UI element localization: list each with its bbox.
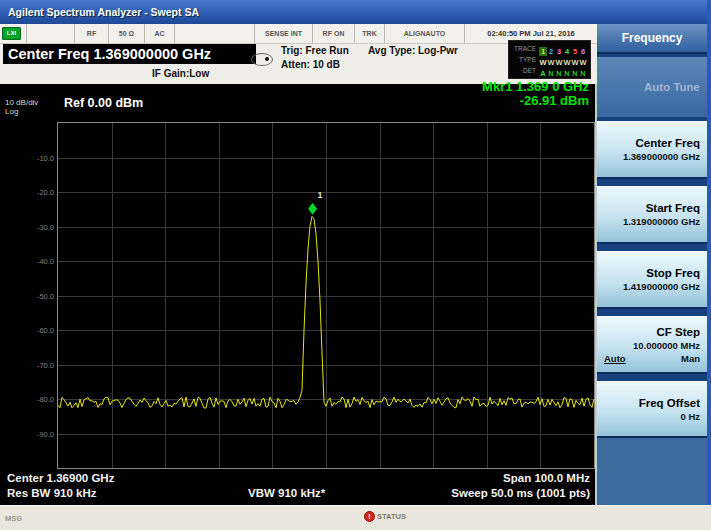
y-axis-label: -50.0 <box>18 292 54 301</box>
marker-freq: Mkr1 1.369 0 GHz <box>482 80 589 94</box>
softkey-value: 1.319000000 GHz <box>623 216 700 227</box>
softkey-label: Stop Freq <box>646 267 700 279</box>
softkey-auto-tune[interactable]: Auto Tune <box>597 57 707 117</box>
center-freq-display: Center Freq 1.369000000 GHz <box>3 44 256 64</box>
measurement-bar: Center Freq 1.369000000 GHz IF Gain:Low … <box>0 44 597 84</box>
window-border <box>707 0 711 530</box>
auto-man-toggle[interactable]: Auto Man <box>604 353 700 364</box>
window-titlebar[interactable]: Agilent Spectrum Analyzer - Swept SA <box>0 0 711 24</box>
trace-status-block: TRACE123456 TYPEWWWWWW DETANNNNN <box>508 40 591 79</box>
softkey-panel: Frequency Auto Tune Center Freq 1.369000… <box>597 24 707 505</box>
scale-per-div-label: 10 dB/div <box>5 98 38 107</box>
softkey-value: 1.369000000 GHz <box>623 151 700 162</box>
toggle-auto[interactable]: Auto <box>604 353 626 364</box>
status-cell-empty <box>27 24 75 43</box>
status-cell-empty <box>175 24 255 43</box>
softkey-value: 10.000000 MHz <box>633 340 700 351</box>
msg-label: MSG <box>5 514 22 523</box>
y-axis-label: -80.0 <box>18 395 54 404</box>
analyzer-screen: Mkr1 1.369 0 GHz -26.91 dBm 10 dB/div Lo… <box>0 84 597 505</box>
type-row-label: TYPE <box>511 56 539 63</box>
softkey-start-freq[interactable]: Start Freq 1.319000000 GHz <box>597 186 707 244</box>
if-gain-label: IF Gain:Low <box>152 68 209 79</box>
y-axis-label: -40.0 <box>18 257 54 266</box>
ref-level-label: Ref 0.00 dBm <box>64 96 143 110</box>
spectrum-plot: -10.0-20.0-30.0-40.0-50.0-60.0-70.0-80.0… <box>57 122 595 469</box>
sweep-annotation: Sweep 50.0 ms (1001 pts) <box>451 487 590 499</box>
y-axis-label: -30.0 <box>18 223 54 232</box>
status-alert-icon: ! <box>364 511 375 522</box>
softkey-center-freq[interactable]: Center Freq 1.369000000 GHz <box>597 121 707 179</box>
marker-number: 1 <box>318 190 323 200</box>
knob-icon <box>251 53 273 66</box>
menu-title: Frequency <box>597 24 707 54</box>
analyzer-window: Agilent Spectrum Analyzer - Swept SA LXI… <box>0 0 711 530</box>
status-cell-trk: TRK <box>355 24 385 43</box>
trace-canvas <box>58 123 594 468</box>
res-bw-annotation: Res BW 910 kHz <box>7 487 96 499</box>
trigger-label: Trig: Free Run <box>281 45 349 56</box>
marker-amplitude: -26.91 dBm <box>482 94 589 108</box>
span-annotation: Span 100.0 MHz <box>503 472 590 484</box>
y-axis-label: -70.0 <box>18 361 54 370</box>
status-cell-align: ALIGNAUTO <box>385 24 465 43</box>
softkey-value: 0 Hz <box>680 411 700 422</box>
softkey-cf-step[interactable]: CF Step 10.000000 MHz Auto Man <box>597 316 707 374</box>
vbw-annotation: VBW 910 kHz* <box>248 487 325 499</box>
scale-type-label: Log <box>5 107 18 116</box>
status-cell-rf: RF <box>75 24 109 43</box>
avg-type-label: Avg Type: Log-Pwr <box>368 45 458 56</box>
status-label: STATUS <box>377 512 406 521</box>
atten-label: Atten: 10 dB <box>281 59 340 70</box>
softkey-stop-freq[interactable]: Stop Freq 1.419000000 GHz <box>597 251 707 309</box>
softkey-label: Auto Tune <box>644 81 700 93</box>
center-annotation: Center 1.36900 GHz <box>7 472 114 484</box>
det-row-label: DET <box>511 67 539 74</box>
softkey-label: Start Freq <box>646 202 700 214</box>
softkey-value: 1.419000000 GHz <box>623 281 700 292</box>
softkey-label: Center Freq <box>635 137 700 149</box>
trace-row-label: TRACE <box>511 45 539 52</box>
softkey-label: CF Step <box>657 326 700 338</box>
softkey-freq-offset[interactable]: Freq Offset 0 Hz <box>597 381 707 438</box>
status-cell-rf-on: RF ON <box>313 24 355 43</box>
toggle-man[interactable]: Man <box>681 353 700 364</box>
bottom-taskbar: MSG ! STATUS <box>0 505 711 530</box>
status-cell-coupling: AC <box>145 24 175 43</box>
panel-filler <box>597 438 707 505</box>
y-axis-label: -10.0 <box>18 154 54 163</box>
softkey-label: Freq Offset <box>639 397 700 409</box>
y-axis-label: -60.0 <box>18 326 54 335</box>
trace-detectors: ANNNNN <box>539 62 587 80</box>
status-indicator[interactable]: ! STATUS <box>364 511 406 522</box>
marker-readout: Mkr1 1.369 0 GHz -26.91 dBm <box>482 80 589 108</box>
bottom-annotation-row1: Center 1.36900 GHz Span 100.0 MHz <box>0 472 595 486</box>
y-axis-label: -90.0 <box>18 430 54 439</box>
y-axis-label: -20.0 <box>18 188 54 197</box>
lxi-badge: LXI <box>0 24 27 43</box>
status-cell-sense: SENSE INT <box>255 24 313 43</box>
bottom-annotation-row2: Res BW 910 kHz VBW 910 kHz* Sweep 50.0 m… <box>0 487 595 501</box>
trace-line <box>58 216 594 408</box>
status-cell-impedance: 50 Ω <box>109 24 145 43</box>
window-title: Agilent Spectrum Analyzer - Swept SA <box>8 6 199 18</box>
